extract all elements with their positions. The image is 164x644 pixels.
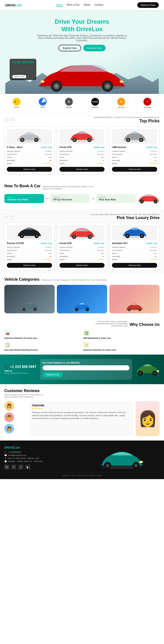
svg-point-70 [139,461,143,463]
avatar-3: 👩 [4,424,14,434]
car-price-ferrari-gtb: $5000 / Day [94,146,104,148]
car-specs-huracan: Seating Capacity5 Person TransmissionAut… [112,150,157,165]
nav-contact[interactable]: Contact [94,3,103,7]
reviewer-list: 👩 👨 👩 [4,401,26,436]
reserve-aventador-button[interactable]: Reserve Now [112,263,157,268]
hero-subtitle: Experience the Thrill of the Open Road w… [36,34,128,42]
top-picks-title: Top Picks [94,118,160,124]
svg-point-35 [21,235,23,237]
brand-bmw: BMW [39,98,47,108]
reviewer-stars: ★★★★★ [32,407,130,410]
reserve-ferrari-gtb-button[interactable]: Reserve Now [60,167,105,172]
car-name-ferrari-luxury: Ferrari GTB [60,242,72,244]
cta-phone-info: 📞 +1 233 898 0897 Call us We are always … [4,365,37,374]
twitter-icon[interactable]: t [18,465,23,470]
svg-point-42 [89,236,91,238]
avatar-2: 👨 [4,412,14,422]
reviews-section: Customer Reviews Don't just take our wor… [0,384,164,440]
svg-point-8 [40,80,45,83]
youtube-icon[interactable]: ▶ [25,465,30,470]
logo: DRIVELUX [5,3,22,7]
top-picks-sub: Handpicked Selection. Discover Our Fines… [94,116,160,118]
why-car-icon: 🚗 [4,330,10,336]
luxury-sub: Find Your Ideal Ride, Discover the Perfe… [90,213,160,216]
vehicle-categories-title: Vehicle Categories [4,277,39,282]
svg-point-14 [21,139,23,141]
brand-bentley: B Bentley [65,98,73,108]
email-subscription-box: Get Latest Updates in your Mail Box Regi… [40,359,132,380]
footer-car-illustration [100,450,144,470]
nav-links: Home Rent a Car About Contact [56,3,103,7]
reviewer-photo-container: 👩 [136,401,160,436]
car-price-benz: $2100 / Day [41,146,52,148]
why-choose-section: Discover the DriveLux Advantage: Unparal… [0,317,164,354]
carousel-next-button[interactable]: › [10,117,15,122]
why-item-luxury: ⭐ Extensive Selection of Luxury Cars [83,342,160,351]
clock-footer-icon: 🕐 [4,460,7,462]
nav-home[interactable]: Home [56,3,63,7]
hero-buttons: Explore Cars Reserve Now [5,45,159,51]
carousel-prev-button[interactable]: ‹ [4,117,9,122]
luxury-next-button[interactable]: › [10,214,15,219]
svg-point-22 [92,138,94,139]
avatar-1: 👩 [4,401,14,411]
svg-point-64 [157,370,160,372]
why-item-selection: 🚗 Extensive Selection of Luxury Cars [4,330,81,339]
call-us-label: Call us [4,370,37,372]
how-to-book-section: How To Book A Car Effortless Booking Pro… [0,179,164,209]
navigation: DRIVELUX Home Rent a Car About Contact R… [0,0,164,10]
svg-point-16 [35,139,37,141]
suv-illustration [21,302,38,311]
nav-reserve-button[interactable]: Reserve Now [137,2,159,8]
svg-point-40 [73,236,75,238]
huracan-illustration [122,131,148,143]
reserve-porsche-button[interactable]: Reserve Now [7,263,52,268]
nav-about[interactable]: About [83,3,90,7]
footer: DRIVELUX 📞+12338980897 ✉️email@example.c… [0,440,164,479]
badge-reserve-button[interactable]: Reserve Now [12,75,26,78]
reserve-huracan-button[interactable]: Reserve Now [112,167,157,172]
aventador-illustration [122,227,148,239]
why-item-title-selection: Extensive Selection of Luxury Cars [4,337,37,339]
reviews-layout: 👩 👨 👩 Charlotte ★★★★★ Renting a car from… [4,401,160,436]
explore-cars-button[interactable]: Explore Cars [58,45,81,51]
car-image-benz [7,129,52,144]
brand-turbonov: TURBO Turbonov [91,98,99,108]
svg-point-6 [106,85,109,88]
car-name-ferrari-gtb: Ferrari GTB [60,146,72,148]
car-card-ferrari-gtb: Ferrari GTB $5000 / Day Seating Capacity… [57,126,107,174]
review-card: Charlotte ★★★★★ Renting a car from Drive… [29,401,133,436]
svg-text:F: F [15,101,16,103]
car-card-aventador: Aventador SVJ $4400 / Day Seating Capaci… [110,222,160,270]
category-sports[interactable] [109,285,160,313]
how-to-book-title: How To Book A Car [4,184,40,188]
svg-point-45 [126,235,129,237]
footer-info: DRIVELUX 📞+12338980897 ✉️email@example.c… [4,446,80,470]
facebook-icon[interactable]: f [11,465,16,470]
how-to-book-sub: Effortless Booking Process, Get Behind t… [43,186,99,190]
category-sedan[interactable] [57,285,107,313]
car-specs-ferrari-gtb: Seating Capacity5 Person TransmissionAut… [60,150,105,165]
reserve-benz-button[interactable]: Reserve Now [7,167,52,172]
phone-footer-icon: 📞 [4,451,7,453]
hero-reserve-button[interactable]: Reserve Now [83,45,106,51]
email-input[interactable] [43,365,129,370]
luxury-title: Pick Your Luxury Drive [90,216,160,220]
instagram-icon[interactable]: 📷 [4,465,9,470]
sedan-illustration [73,302,91,311]
luxury-drive-section: ‹ › Find Your Ideal Ride, Discover the P… [0,209,164,274]
luxury-prev-button[interactable]: ‹ [4,214,9,219]
steps-car-illustration [138,192,160,204]
step-pick-ride: Step 03: Pick Your Ride [96,194,136,203]
car-name-benz: S Class – Benz [7,146,22,148]
nav-rent[interactable]: Rent a Car [67,3,80,7]
cta-section: 📞 +1 233 898 0897 Call us We are always … [0,354,164,384]
category-grid [4,285,160,313]
car-price-porsche: $3100 / Day [41,242,52,244]
reserve-ferrari-luxury-button[interactable]: Reserve Now [60,263,105,268]
svg-point-69 [134,464,138,467]
top-picks-header: ‹ › Handpicked Selection. Discover Our F… [0,112,164,125]
register-button[interactable]: Register Now [43,372,63,377]
svg-point-51 [34,309,36,310]
category-suv[interactable] [4,285,55,313]
